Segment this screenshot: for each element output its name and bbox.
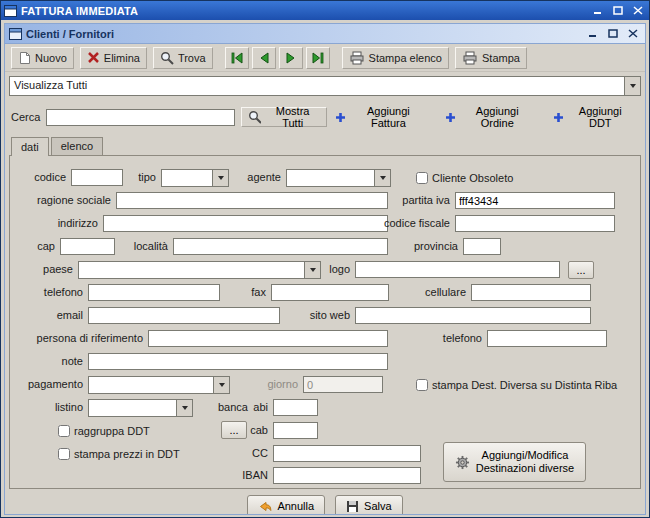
iban-input[interactable] (273, 467, 421, 484)
raggruppa-ddt-checkbox[interactable] (58, 425, 70, 437)
annulla-button[interactable]: Annulla (247, 495, 325, 515)
listino-dropdown-button[interactable] (176, 400, 192, 416)
view-filter-select[interactable]: Visualizza Tutti (9, 76, 641, 96)
pagamento-field: pagamento (88, 376, 230, 394)
codice-fiscale-field: codice fiscale (455, 215, 615, 232)
pagamento-dropdown-button[interactable] (213, 377, 229, 393)
maximize-icon[interactable] (610, 4, 626, 18)
telefono-riferimento-field: telefono (487, 330, 607, 347)
inner-close-icon[interactable] (625, 27, 641, 41)
ragione-sociale-input[interactable] (116, 192, 388, 209)
tab-elenco[interactable]: elenco (51, 137, 103, 155)
stampa-prezzi-ddt-checkbox[interactable] (58, 448, 70, 460)
telefono-riferimento-input[interactable] (487, 330, 607, 347)
aggiungi-ddt-button[interactable]: Aggiungi DDT (551, 103, 635, 131)
cerca-label: Cerca (11, 111, 40, 123)
partita-iva-input[interactable] (455, 192, 615, 209)
minimize-icon[interactable] (590, 4, 606, 18)
sito-web-input[interactable] (355, 307, 591, 324)
provincia-input[interactable] (463, 238, 501, 255)
first-record-icon (230, 52, 244, 64)
agente-select[interactable] (286, 169, 391, 187)
trova-label: Trova (178, 52, 206, 64)
view-filter-dropdown-button[interactable] (624, 77, 640, 95)
agente-field: agente (286, 169, 391, 187)
inner-window-title: Clienti / Fornitori (26, 28, 581, 40)
search-input[interactable] (46, 109, 234, 126)
persona-riferimento-input[interactable] (148, 330, 388, 347)
localita-input[interactable] (173, 238, 388, 255)
aggiungi-fattura-button[interactable]: Aggiungi Fattura (333, 103, 429, 131)
logo-input[interactable] (355, 261, 560, 278)
inner-maximize-icon[interactable] (605, 27, 621, 41)
aggiungi-ordine-button[interactable]: Aggiungi Ordine (443, 103, 537, 131)
listino-value (89, 400, 176, 416)
app-window: FATTURA IMMEDIATA Clienti / Fornitori (0, 0, 650, 518)
note-field: note (88, 353, 388, 370)
stampa-elenco-button[interactable]: Stampa elenco (342, 47, 449, 69)
inner-minimize-icon[interactable] (585, 27, 601, 41)
trova-button[interactable]: Trova (153, 47, 213, 69)
main-toolbar: Nuovo Elimina Trova (5, 44, 645, 72)
tab-dati[interactable]: dati (11, 137, 49, 156)
nav-first-button[interactable] (225, 47, 249, 69)
paese-select[interactable] (78, 261, 321, 279)
elimina-button[interactable]: Elimina (80, 47, 147, 69)
logo-browse-button[interactable]: ... (568, 261, 594, 279)
stampa-dest-riba-checkbox[interactable] (416, 379, 428, 391)
abi-input[interactable] (273, 399, 318, 416)
stampa-prezzi-ddt-field: stampa prezzi in DDT (58, 445, 180, 462)
nav-previous-button[interactable] (252, 47, 276, 69)
fax-input[interactable] (271, 284, 389, 301)
abi-label: abi (253, 399, 268, 416)
inner-titlebar: Clienti / Fornitori (5, 24, 645, 44)
printer-icon (462, 51, 478, 65)
note-input[interactable] (88, 353, 388, 370)
nav-last-button[interactable] (306, 47, 330, 69)
cap-input[interactable] (60, 238, 115, 255)
nav-next-button[interactable] (279, 47, 303, 69)
stampa-dest-riba-field: stampa Dest. Diversa su Distinta Riba (416, 376, 617, 393)
telefono-input[interactable] (88, 284, 220, 301)
listino-select[interactable] (88, 399, 193, 417)
mostra-tutti-button[interactable]: Mostra Tutti (241, 107, 328, 127)
undo-icon (258, 500, 272, 513)
indirizzo-input[interactable] (103, 215, 388, 232)
nuovo-button[interactable]: Nuovo (11, 47, 74, 69)
logo-field: logo (355, 261, 560, 278)
salva-button[interactable]: Salva (335, 495, 403, 515)
stampa-button[interactable]: Stampa (455, 47, 527, 69)
tipo-dropdown-button[interactable] (212, 170, 228, 186)
abi-field: abi (273, 399, 318, 416)
cliente-obsoleto-checkbox[interactable] (416, 172, 428, 184)
plus-icon (553, 112, 564, 123)
cc-field: CC (273, 445, 421, 462)
cc-input[interactable] (273, 445, 421, 462)
partita-iva-label: partita iva (402, 192, 450, 209)
cellulare-input[interactable] (471, 284, 591, 301)
paese-dropdown-button[interactable] (304, 262, 320, 278)
codice-input[interactable] (71, 169, 123, 186)
sito-web-label: sito web (310, 307, 350, 324)
aggiungi-modifica-line1: Aggiungi/Modifica (482, 449, 569, 461)
paese-value (79, 262, 304, 278)
cab-input[interactable] (273, 422, 318, 439)
fax-field: fax (271, 284, 389, 301)
record-navigation (225, 47, 330, 69)
paese-field: paese (78, 261, 321, 279)
banca-label: banca (218, 399, 248, 416)
maximize-glyph (608, 29, 618, 38)
close-icon[interactable] (630, 4, 646, 18)
aggiungi-modifica-destinazioni-button[interactable]: Aggiungi/Modifica Destinazioni diverse (443, 442, 586, 482)
tipo-select[interactable] (161, 169, 229, 187)
codice-fiscale-input[interactable] (455, 215, 615, 232)
search-icon (160, 51, 174, 65)
chevron-down-icon (380, 176, 386, 180)
fax-label: fax (251, 284, 266, 301)
banca-browse-button[interactable]: ... (221, 421, 247, 439)
pagamento-select[interactable] (88, 376, 230, 394)
paese-label: paese (43, 261, 73, 278)
dati-panel: codice tipo agente Cliente Obsoleto (9, 155, 641, 489)
agente-dropdown-button[interactable] (374, 170, 390, 186)
email-input[interactable] (88, 307, 280, 324)
